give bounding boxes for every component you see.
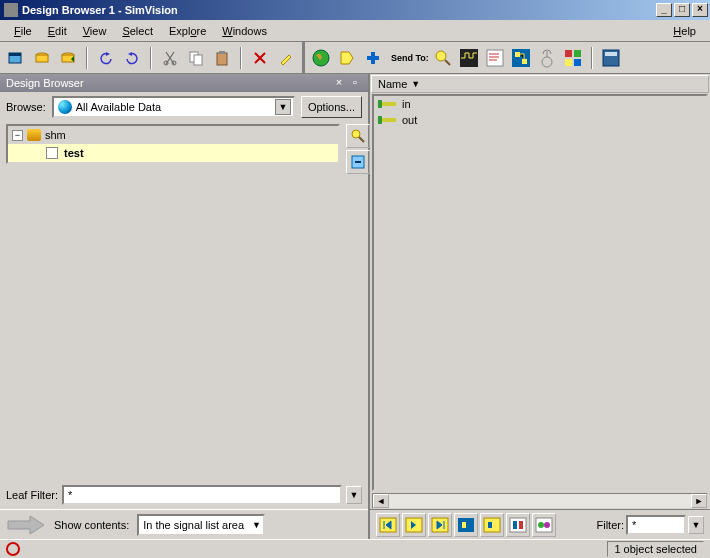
paste-button[interactable] [210,46,234,70]
sendto-source-button[interactable] [483,46,507,70]
show-inout-button[interactable] [506,513,530,537]
browse-combo[interactable]: All Available Data ▼ [52,96,295,118]
sendto-schematic-button[interactable] [509,46,533,70]
design-browser-pane: Design Browser × ▫ Browse: All Available… [0,74,370,539]
close-button[interactable]: × [692,3,708,17]
browse-label: Browse: [6,101,46,113]
show-input-button[interactable] [454,513,478,537]
app-icon [4,3,18,17]
menu-view[interactable]: View [75,23,115,39]
new-window-button[interactable] [4,46,28,70]
redo-button[interactable] [120,46,144,70]
svg-rect-33 [462,522,466,528]
nav-next-button[interactable] [428,513,452,537]
open-db-button[interactable] [30,46,54,70]
reload-db-button[interactable] [56,46,80,70]
undo-button[interactable] [94,46,118,70]
show-contents-combo[interactable]: In the signal list area ▼ [137,514,265,536]
list-item-label: in [402,98,411,110]
signal-list-pane: Name ▼ in out ◄ ► Fil [370,74,710,539]
database-icon [27,129,41,141]
browse-row: Browse: All Available Data ▼ Options... [0,92,368,122]
highlight-button[interactable] [274,46,298,70]
leaf-filter-input[interactable] [62,485,342,505]
sort-indicator-icon: ▼ [411,79,420,89]
arrow-right-icon [6,515,46,535]
show-internal-button[interactable] [532,513,556,537]
leaf-filter-dropdown[interactable]: ▼ [346,486,362,504]
svg-rect-35 [488,522,492,528]
filter-label: Filter: [597,519,625,531]
tree-node-root[interactable]: − shm [8,126,338,144]
show-contents-text: In the signal list area [143,519,244,531]
scroll-right-button[interactable]: ► [691,494,707,508]
list-toolbar: Filter: ▼ [370,509,710,539]
menu-bar: File Edit View Select Explore Windows He… [0,20,710,42]
delete-button[interactable] [248,46,272,70]
main-toolbar: Send To: [0,42,710,74]
chevron-down-icon[interactable]: ▼ [275,99,291,115]
add-button[interactable] [361,46,385,70]
signal-out-icon [378,115,398,125]
scope-tree[interactable]: − shm test [6,124,340,164]
chevron-down-icon[interactable]: ▼ [252,520,261,530]
list-header[interactable]: Name ▼ [371,75,709,93]
menu-explore[interactable]: Explore [161,23,214,39]
menu-windows[interactable]: Windows [214,23,275,39]
filter-input[interactable] [626,515,686,535]
status-bar: 1 object selected [0,539,710,558]
show-contents-label: Show contents: [54,519,129,531]
scroll-left-button[interactable]: ◄ [373,494,389,508]
status-selection: 1 object selected [607,541,704,557]
svg-rect-3 [36,55,48,62]
leaf-filter-row: Leaf Filter: ▼ [0,481,368,509]
sendto-register-button[interactable] [561,46,585,70]
module-icon [46,147,58,159]
collapse-all-button[interactable] [346,150,370,174]
tree-child-label: test [64,147,84,159]
target-icon[interactable] [6,542,20,556]
nav-first-button[interactable] [376,513,400,537]
svg-point-40 [538,522,544,528]
filter-dropdown[interactable]: ▼ [688,516,704,534]
menu-edit[interactable]: Edit [40,23,75,39]
svg-rect-11 [219,51,225,54]
svg-rect-23 [565,59,572,66]
maximize-button[interactable]: □ [674,3,690,17]
pane-header: Design Browser × ▫ [0,74,368,92]
list-item[interactable]: in [374,96,706,112]
sendto-calc-button[interactable] [599,46,623,70]
signal-list[interactable]: in out [372,94,708,491]
sendto-wave-button[interactable] [457,46,481,70]
svg-rect-26 [605,52,617,56]
globe-icon [58,100,72,114]
globe-button[interactable] [309,46,333,70]
menu-file[interactable]: File [6,23,40,39]
menu-help[interactable]: Help [665,23,704,39]
copy-button[interactable] [184,46,208,70]
collapse-icon[interactable]: − [12,130,23,141]
signal-in-icon [378,99,398,109]
list-header-name: Name [378,78,407,90]
list-item[interactable]: out [374,112,706,128]
main-area: Design Browser × ▫ Browse: All Available… [0,74,710,539]
sendto-label: Send To: [391,53,429,63]
pane-close-icon[interactable]: × [332,76,346,90]
menu-select[interactable]: Select [114,23,161,39]
svg-rect-16 [487,50,503,66]
tree-node-child[interactable]: test [8,144,338,162]
pane-undock-icon[interactable]: ▫ [348,76,362,90]
sendto-search-button[interactable] [431,46,455,70]
svg-rect-9 [194,55,202,65]
horizontal-scrollbar[interactable]: ◄ ► [372,493,708,509]
options-button[interactable]: Options... [301,96,362,118]
nav-prev-button[interactable] [402,513,426,537]
tag-button[interactable] [335,46,359,70]
svg-rect-24 [574,59,581,66]
sendto-memory-button[interactable] [535,46,559,70]
cut-button[interactable] [158,46,182,70]
show-output-button[interactable] [480,513,504,537]
minimize-button[interactable]: _ [656,3,672,17]
find-scope-button[interactable] [346,124,370,148]
window-title: Design Browser 1 - SimVision [22,4,178,16]
